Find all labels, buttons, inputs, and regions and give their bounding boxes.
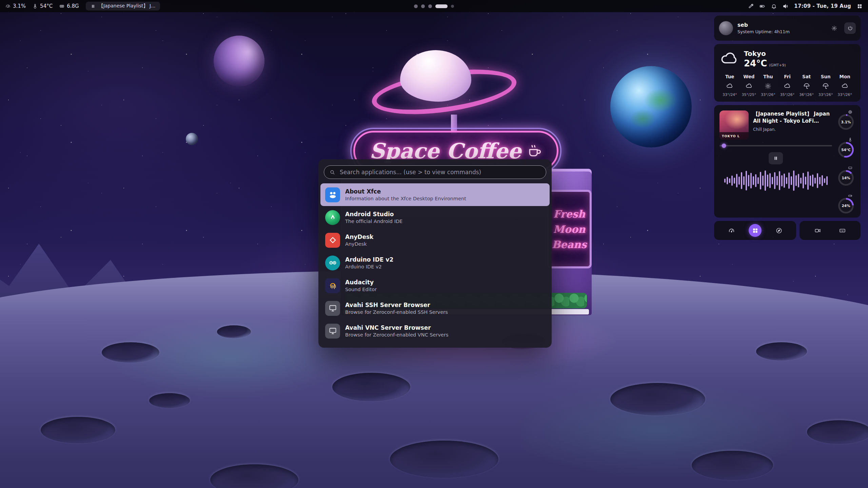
weather-forecast: Tue33°/24° Wed35°/25° Thu33°/26° Fri35°/… <box>720 74 854 97</box>
launcher-search[interactable] <box>324 165 546 179</box>
battery-icon[interactable] <box>760 3 765 9</box>
memory-value: 6.8G <box>67 3 79 9</box>
app-row-arduino-ide[interactable]: Arduino IDE v2Arduino IDE v2 <box>320 251 550 274</box>
system-uptime: System Uptime: 4h11m <box>737 29 824 34</box>
workspace-dot[interactable] <box>428 4 432 8</box>
topbar-system-stats: 3.1% 54°C 6.8G 【Japanese Playlist】 J... <box>5 2 160 11</box>
app-description: AnyDesk <box>345 241 373 247</box>
app-description: Information about the Xfce Desktop Envir… <box>345 196 466 201</box>
workspace-dot[interactable] <box>421 4 425 8</box>
now-playing-label: 【Japanese Playlist】 J... <box>99 3 156 9</box>
forecast-weather-icon <box>720 82 739 90</box>
thermometer-icon <box>33 4 38 9</box>
app-description: Browse for Zeroconf-enabled SSH Servers <box>345 309 448 315</box>
clock[interactable]: 17:09 - Tue, 19 Aug <box>794 3 851 9</box>
shop-window: Fresh Moon Beans <box>547 190 592 268</box>
workspace-switcher[interactable] <box>414 4 454 8</box>
username: seb <box>737 22 824 28</box>
cloud-icon <box>720 50 738 68</box>
anydesk-app-icon <box>325 233 340 248</box>
workspace-dot[interactable] <box>451 5 454 8</box>
app-description: Browse for Zeroconf-enabled VNC Servers <box>345 332 448 338</box>
power-button[interactable] <box>844 22 856 34</box>
cpu-stat-ring: 3.1% <box>838 109 854 130</box>
forecast-weather-icon <box>835 82 854 90</box>
cpu-usage-value: 3.1% <box>13 3 26 9</box>
system-stats-column: 3.1% 54°C 14% 24% <box>835 109 857 214</box>
forecast-day: Wed35°/25° <box>739 74 759 97</box>
topbar-tray: 17:09 - Tue, 19 Aug <box>748 3 863 9</box>
app-row-avahi-ssh[interactable]: Avahi SSH Server BrowserBrowse for Zeroc… <box>320 297 550 320</box>
android-studio-app-icon <box>325 210 340 225</box>
gauge-icon <box>728 227 735 234</box>
waveform <box>719 169 832 192</box>
app-grid-icon <box>752 227 758 234</box>
disk-icon <box>848 193 852 197</box>
app-name: Audacity <box>345 279 377 286</box>
notifications-bell-icon[interactable] <box>771 3 777 9</box>
forecast-weather-icon <box>758 82 778 90</box>
app-name: Arduino IDE v2 <box>345 256 393 263</box>
topbar: 3.1% 54°C 6.8G 【Japanese Playlist】 J... <box>0 0 868 12</box>
purple-planet <box>214 36 264 86</box>
forecast-day: Thu33°/26° <box>758 74 778 97</box>
search-input[interactable] <box>339 168 540 176</box>
desktop: Fresh Moon Beans Space Coffee 3.1% 54°C <box>0 0 868 488</box>
wrench-icon[interactable] <box>748 3 754 9</box>
workspace-dot-active[interactable] <box>435 4 448 8</box>
forecast-day: Fri35°/26° <box>778 74 797 97</box>
dashboard-button[interactable] <box>725 224 738 237</box>
seek-slider[interactable] <box>719 145 832 146</box>
app-row-anydesk[interactable]: AnyDeskAnyDesk <box>320 229 550 251</box>
crater <box>390 441 498 478</box>
forecast-day: Sun33°/26° <box>816 74 835 97</box>
crater <box>41 417 115 443</box>
memory-icon <box>59 4 64 9</box>
pause-icon <box>91 4 96 9</box>
weather-timezone: (GMT+9) <box>769 63 786 67</box>
avahi-ssh-app-icon <box>325 301 340 316</box>
app-list: About XfceInformation about the Xfce Des… <box>320 183 550 342</box>
workspace-dot[interactable] <box>414 4 418 8</box>
crater <box>610 383 705 415</box>
crater <box>756 342 807 361</box>
neon-text-line: Moon <box>553 223 585 235</box>
app-launcher-button[interactable] <box>749 224 762 237</box>
app-row-audacity[interactable]: AudacitySound Editor <box>320 274 550 297</box>
app-grid-icon[interactable] <box>857 3 863 9</box>
video-camera-icon <box>814 227 821 234</box>
volume-icon[interactable] <box>783 3 788 9</box>
memory-indicator: 6.8G <box>59 3 79 9</box>
app-name: AnyDesk <box>345 233 373 240</box>
app-description: Arduino IDE v2 <box>345 264 393 269</box>
album-art: TOKYO L <box>719 110 749 140</box>
now-playing-widget[interactable]: 【Japanese Playlist】 J... <box>86 2 160 11</box>
user-card: seb System Uptime: 4h11m <box>714 16 861 41</box>
weather-city: Tokyo <box>744 49 786 58</box>
app-row-android-studio[interactable]: Android StudioThe official Android IDE <box>320 206 550 229</box>
neon-text-line: Fresh <box>553 208 585 220</box>
compass-button[interactable] <box>772 224 785 237</box>
screen-record-button[interactable] <box>811 224 824 237</box>
pause-button[interactable] <box>769 152 783 164</box>
app-row-avahi-vnc[interactable]: Avahi VNC Server BrowserBrowse for Zeroc… <box>320 320 550 342</box>
gear-icon <box>831 25 837 31</box>
crater <box>217 325 251 338</box>
settings-button[interactable] <box>828 22 840 34</box>
power-icon <box>847 25 853 31</box>
arduino-app-icon <box>325 256 340 270</box>
media-player-card: TOKYO L 【Japanese Playlist】 Japan All Ni… <box>714 105 861 218</box>
temperature-stat-ring: 54°C <box>838 137 854 158</box>
neon-text-line: Beans <box>552 239 587 250</box>
forecast-weather-icon <box>797 82 816 90</box>
coffee-cup <box>400 50 471 102</box>
weather-temperature: 24°C <box>744 58 767 68</box>
avatar[interactable] <box>719 21 733 35</box>
app-name: Avahi VNC Server Browser <box>345 324 448 331</box>
app-row-about-xfce[interactable]: About XfceInformation about the Xfce Des… <box>320 183 550 206</box>
seek-knob[interactable] <box>722 144 726 148</box>
keyboard-button[interactable] <box>836 224 849 237</box>
quick-actions-left <box>714 221 796 240</box>
app-launcher: About XfceInformation about the Xfce Des… <box>318 159 552 348</box>
memory-icon <box>848 165 852 169</box>
